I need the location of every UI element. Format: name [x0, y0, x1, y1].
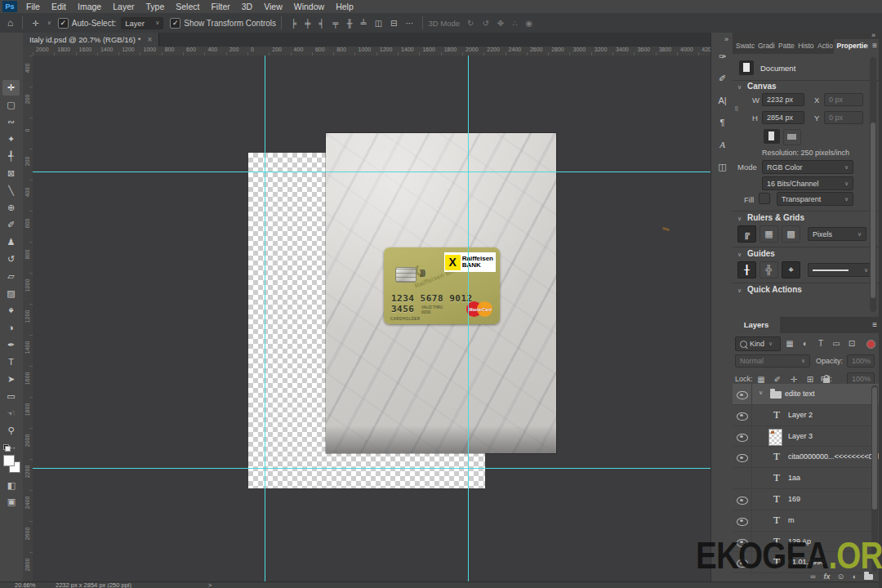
- height-field[interactable]: 2854 px: [762, 111, 804, 124]
- landscape-orientation-button[interactable]: [783, 129, 801, 145]
- y-field[interactable]: 0 px: [824, 111, 863, 124]
- chevron-down-icon[interactable]: ∨: [47, 20, 51, 26]
- panel-menu-icon[interactable]: ≡: [872, 41, 877, 50]
- ruler-units-dropdown[interactable]: Pixels ∨: [808, 227, 866, 241]
- filter-shape-layers-icon[interactable]: ▭: [830, 337, 843, 350]
- photoshop-app-icon[interactable]: Ps: [2, 1, 17, 12]
- filter-type-layers-icon[interactable]: T: [814, 337, 827, 350]
- panel-tab-gradi[interactable]: Gradi: [755, 39, 775, 54]
- spot-healing-tool[interactable]: ⊕: [2, 200, 20, 216]
- close-icon[interactable]: ×: [147, 35, 152, 44]
- move-tool[interactable]: ✛: [2, 80, 20, 96]
- rectangular-marquee-tool[interactable]: ▢: [2, 97, 20, 113]
- toggle-guides-icon[interactable]: ╂: [737, 261, 756, 278]
- panel-menu-icon[interactable]: ≡: [872, 320, 877, 329]
- vertical-guide[interactable]: [468, 56, 469, 581]
- x-field[interactable]: 0 px: [824, 93, 863, 106]
- distribute-horizontal-icon[interactable]: ◫: [371, 19, 386, 28]
- guides-header[interactable]: Guides: [747, 249, 775, 258]
- zoom-tool[interactable]: ⚲: [2, 423, 20, 439]
- default-colors-icon[interactable]: [3, 444, 11, 452]
- chevron-down-icon[interactable]: ∨: [759, 390, 763, 396]
- layers-tab[interactable]: Layers: [733, 317, 780, 333]
- rectangle-tool[interactable]: ▭: [2, 389, 20, 404]
- chevron-down-icon[interactable]: ∨: [737, 252, 742, 258]
- type-tool[interactable]: T: [2, 354, 20, 370]
- layers-scrollbar-thumb[interactable]: [872, 387, 877, 510]
- 3d-orbit-icon[interactable]: ↻: [463, 19, 478, 28]
- menu-image[interactable]: Image: [72, 2, 107, 11]
- portrait-orientation-button[interactable]: [764, 129, 780, 144]
- panel-tab-swatc[interactable]: Swatc: [733, 39, 755, 54]
- vertical-guide[interactable]: [265, 56, 265, 581]
- filter-smart-objects-icon[interactable]: ⊡: [845, 337, 858, 350]
- filter-pixel-layers-icon[interactable]: ▦: [783, 337, 796, 350]
- layer-row[interactable]: Layer 3: [733, 426, 882, 448]
- chevron-down-icon[interactable]: ∨: [737, 216, 742, 222]
- align-vertical-centers-icon[interactable]: ╫: [342, 19, 356, 28]
- 3d-camera-icon[interactable]: ◉: [522, 19, 537, 28]
- blur-tool[interactable]: ♠: [2, 303, 20, 318]
- properties-scrollbar-thumb[interactable]: [871, 122, 875, 298]
- menu-layer[interactable]: Layer: [107, 2, 140, 11]
- pen-tool[interactable]: ✒: [2, 337, 20, 353]
- object-selection-tool[interactable]: ✦: [2, 131, 20, 147]
- collapse-panels-icon[interactable]: »: [871, 31, 875, 39]
- hand-tool[interactable]: ☜: [2, 406, 20, 421]
- eyedropper-tool[interactable]: ╲: [2, 183, 20, 198]
- canvas-section-header[interactable]: Canvas: [747, 82, 777, 91]
- auto-select-target-dropdown[interactable]: Layer ∨: [121, 17, 163, 29]
- fill-checkbox[interactable]: [759, 193, 770, 204]
- menu-select[interactable]: Select: [170, 2, 205, 11]
- visibility-toggle[interactable]: [733, 384, 752, 405]
- rulers-grids-header[interactable]: Rulers & Grids: [747, 213, 804, 222]
- menu-edit[interactable]: Edit: [46, 2, 72, 11]
- menu-filter[interactable]: Filter: [205, 2, 235, 11]
- screen-mode-icon[interactable]: ▣: [4, 497, 19, 510]
- color-mode-dropdown[interactable]: RGB Color ∨: [762, 160, 853, 174]
- credit-card-image[interactable]: X Raiffeisen BANK X Raiffeisen BANK ))) …: [384, 247, 500, 324]
- gradient-tool[interactable]: ▨: [2, 286, 20, 301]
- visibility-toggle[interactable]: [733, 510, 752, 532]
- visibility-toggle[interactable]: [733, 426, 752, 448]
- status-arrow-icon[interactable]: >: [208, 582, 212, 588]
- zoom-level[interactable]: 20.66%: [15, 582, 35, 588]
- visibility-toggle[interactable]: [733, 489, 752, 510]
- brushes-icon[interactable]: ✐: [715, 71, 730, 87]
- chevron-down-icon[interactable]: ∨: [737, 287, 742, 294]
- toggle-rulers-icon[interactable]: ╔: [737, 225, 756, 243]
- layer-row[interactable]: ∨edite text: [733, 384, 882, 405]
- quick-actions-header[interactable]: Quick Actions: [747, 285, 802, 294]
- align-top-edges-icon[interactable]: ╤: [328, 19, 342, 28]
- filter-adjustment-layers-icon[interactable]: ◐: [799, 337, 812, 350]
- menu-file[interactable]: File: [20, 2, 46, 11]
- filter-toggle-icon[interactable]: [866, 340, 875, 349]
- width-field[interactable]: 2232 px: [762, 93, 804, 106]
- align-left-edges-icon[interactable]: ╞: [287, 19, 301, 28]
- 3d-slide-icon[interactable]: ∴: [508, 19, 521, 28]
- character-icon[interactable]: A|: [715, 93, 730, 109]
- visibility-toggle[interactable]: [733, 468, 752, 489]
- fill-dropdown[interactable]: Transparent ∨: [777, 192, 853, 206]
- lock-guides-icon[interactable]: ╬: [760, 261, 778, 278]
- quick-mask-icon[interactable]: ◧: [4, 480, 19, 493]
- document-tab[interactable]: Italy id.psd @ 20.7% (RGB/16) * ×: [23, 33, 159, 47]
- glyphs-icon[interactable]: A: [715, 137, 730, 153]
- opacity-field[interactable]: 100%: [847, 354, 875, 368]
- eraser-tool[interactable]: ▱: [2, 269, 20, 284]
- layer-row[interactable]: Tcita0000000...<<<<<<<<0 d: [733, 447, 882, 468]
- edit-guides-icon[interactable]: ⌖: [782, 261, 800, 278]
- link-dimensions-icon[interactable]: ∞: [733, 106, 741, 111]
- lasso-tool[interactable]: ∾: [2, 114, 20, 130]
- panel-tab-patte[interactable]: Patte: [775, 39, 795, 54]
- filter-kind-dropdown[interactable]: Kind ∨: [735, 336, 781, 351]
- menu-view[interactable]: View: [258, 2, 288, 11]
- distribute-vertical-icon[interactable]: ⊟: [386, 19, 401, 28]
- 3d-roll-icon[interactable]: ↺: [478, 19, 492, 28]
- menu-help[interactable]: Help: [330, 2, 359, 11]
- layer-row[interactable]: T169: [733, 489, 882, 510]
- libraries-icon[interactable]: ◫: [715, 159, 730, 175]
- chevron-down-icon[interactable]: ∨: [737, 84, 742, 91]
- home-icon[interactable]: ⌂: [3, 17, 17, 29]
- history-brush-tool[interactable]: ↺: [2, 252, 20, 267]
